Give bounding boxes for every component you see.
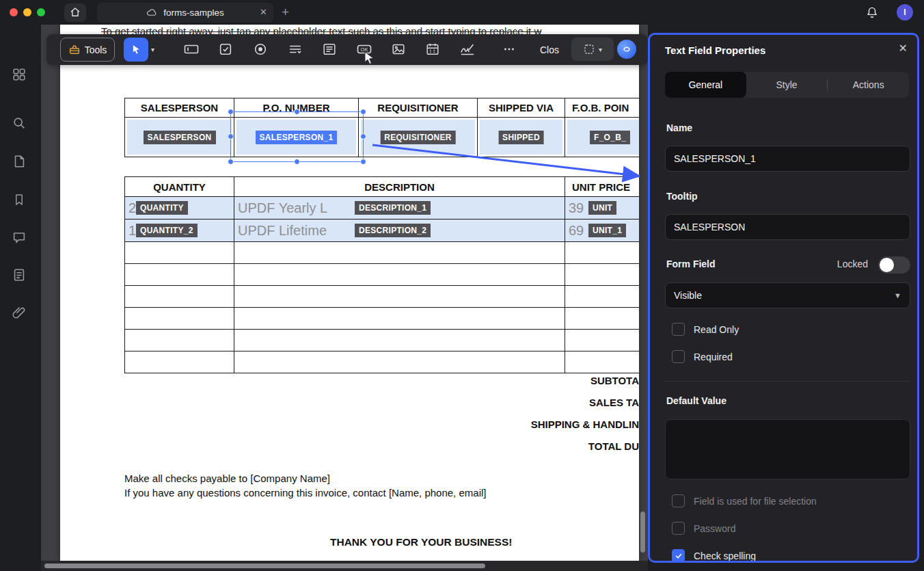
close-window-button[interactable]	[10, 8, 18, 16]
form-field-label: Form Field	[666, 258, 716, 269]
form-field-badge[interactable]: SHIPPED	[498, 131, 544, 144]
cell-value: UPDF Yearly L	[238, 200, 327, 216]
push-button-icon: OK	[356, 41, 372, 57]
home-button[interactable]	[64, 3, 86, 22]
resize-handle[interactable]	[360, 109, 366, 115]
vertical-scrollbar[interactable]	[640, 512, 645, 553]
read-only-checkbox[interactable]	[672, 323, 685, 336]
resize-handle[interactable]	[360, 133, 366, 140]
resize-handle[interactable]	[228, 133, 234, 140]
form-field-badge[interactable]: DESCRIPTION_2	[355, 224, 431, 237]
section-divider	[665, 381, 910, 382]
zoom-window-button[interactable]	[37, 8, 45, 16]
user-avatar[interactable]: I	[897, 4, 913, 21]
chevron-down-icon: ▾	[599, 46, 602, 53]
radio-button-tool-button[interactable]	[250, 39, 271, 59]
password-checkbox[interactable]	[672, 522, 685, 535]
horizontal-scrollbar-track	[41, 561, 648, 571]
table-row: QUANTITY DESCRIPTION UNIT PRICE	[125, 177, 640, 197]
annotations-panel-button[interactable]	[9, 265, 29, 285]
ai-assistant-button[interactable]	[617, 40, 636, 59]
app-window: forms-samples ✕ + I To get started right…	[0, 0, 924, 571]
bookmark-icon	[12, 193, 26, 207]
image-field-tool-button[interactable]	[388, 39, 409, 59]
tab-style[interactable]: Style	[746, 72, 828, 98]
form-field-badge[interactable]: QUANTITY_2	[136, 224, 198, 237]
horizontal-scrollbar[interactable]	[44, 563, 485, 568]
resize-handle[interactable]	[228, 109, 234, 115]
pages-panel-button[interactable]	[9, 151, 29, 172]
traffic-lights	[10, 8, 45, 16]
tab-general[interactable]: General	[665, 72, 746, 98]
default-value-textarea[interactable]	[665, 419, 910, 479]
tab-close-icon[interactable]: ✕	[260, 7, 267, 18]
resize-handle[interactable]	[360, 159, 366, 165]
resize-handle[interactable]	[294, 159, 300, 165]
dropdown-field-tool-button[interactable]	[285, 39, 305, 59]
table-row	[125, 351, 640, 373]
document-tab[interactable]: forms-samples ✕	[97, 3, 273, 23]
checkbox-tool-button[interactable]	[215, 39, 236, 59]
comments-panel-button[interactable]	[9, 227, 29, 248]
signature-field-tool-button[interactable]	[457, 39, 478, 59]
required-checkbox[interactable]	[672, 350, 685, 363]
minimize-window-button[interactable]	[23, 8, 31, 16]
more-tools-button[interactable]	[499, 39, 519, 59]
form-field-badge[interactable]: F_O_B_	[590, 131, 630, 144]
read-only-row[interactable]: Read Only	[672, 323, 739, 336]
text-field-tool-button[interactable]	[181, 39, 202, 59]
svg-text:OK: OK	[361, 47, 368, 53]
field-selection-box[interactable]	[230, 111, 364, 162]
locked-toggle[interactable]	[878, 256, 910, 274]
table-row	[125, 242, 640, 264]
calendar-icon	[425, 42, 440, 57]
select-tool-chevron-icon[interactable]: ▾	[151, 34, 154, 65]
highlight-fields-icon	[583, 43, 595, 55]
more-dots-icon	[502, 42, 517, 57]
attachments-panel-button[interactable]	[9, 302, 29, 323]
bookmarks-panel-button[interactable]	[9, 189, 29, 210]
highlight-fields-button[interactable]: ▾	[571, 38, 614, 61]
locked-label: Locked	[837, 258, 868, 269]
thumbnails-panel-button[interactable]	[9, 64, 29, 85]
form-field-badge[interactable]: SALESPERSON	[144, 131, 216, 144]
cell-value: 1	[128, 223, 136, 239]
password-label: Password	[694, 523, 735, 534]
required-label: Required	[694, 351, 733, 362]
table-row	[125, 308, 640, 330]
tooltip-input[interactable]	[665, 214, 910, 240]
pdf-page[interactable]: To get started right away, just tap any …	[60, 25, 639, 561]
notifications-bell-icon[interactable]	[865, 5, 879, 19]
form-field-badge[interactable]: REQUISITIONER	[380, 131, 456, 144]
new-tab-button[interactable]: +	[282, 5, 289, 20]
table-row: SALESPERSON P.O. NUMBER REQUISITIONER SH…	[125, 98, 640, 118]
file-selection-checkbox[interactable]	[672, 494, 685, 507]
push-button-tool-button[interactable]: OK	[354, 39, 375, 59]
form-toolbar: Tools ▾ OK Clos ▾	[46, 34, 648, 65]
name-input[interactable]	[665, 146, 910, 172]
form-field-badge[interactable]: UNIT_1	[588, 224, 626, 237]
thank-you-text: THANK YOU FOR YOUR BUSINESS!	[330, 536, 512, 548]
select-tool-button[interactable]	[124, 38, 148, 62]
tools-button[interactable]: Tools	[60, 38, 115, 62]
column-header: QUANTITY	[125, 177, 234, 197]
check-spelling-checkbox[interactable]	[672, 549, 685, 562]
resize-handle[interactable]	[294, 109, 300, 115]
check-spelling-row[interactable]: Check spelling	[672, 549, 756, 562]
resize-handle[interactable]	[228, 159, 234, 165]
panel-close-icon[interactable]: ✕	[899, 42, 908, 55]
cursor-arrow-icon	[129, 43, 143, 57]
tab-actions[interactable]: Actions	[828, 72, 909, 98]
close-form-mode-button[interactable]: Clos	[540, 34, 559, 65]
name-label: Name	[666, 122, 692, 133]
date-field-tool-button[interactable]	[422, 39, 443, 59]
form-field-badge[interactable]: UNIT	[588, 201, 616, 215]
form-field-badge[interactable]: DESCRIPTION_1	[355, 201, 431, 215]
visibility-select[interactable]: Visible ▼	[665, 282, 910, 308]
image-field-icon	[391, 42, 406, 57]
form-field-badge[interactable]: QUANTITY	[136, 201, 188, 215]
required-row[interactable]: Required	[672, 350, 733, 363]
search-panel-button[interactable]	[9, 113, 29, 133]
visibility-value: Visible	[674, 290, 702, 301]
list-box-tool-button[interactable]	[319, 39, 340, 59]
